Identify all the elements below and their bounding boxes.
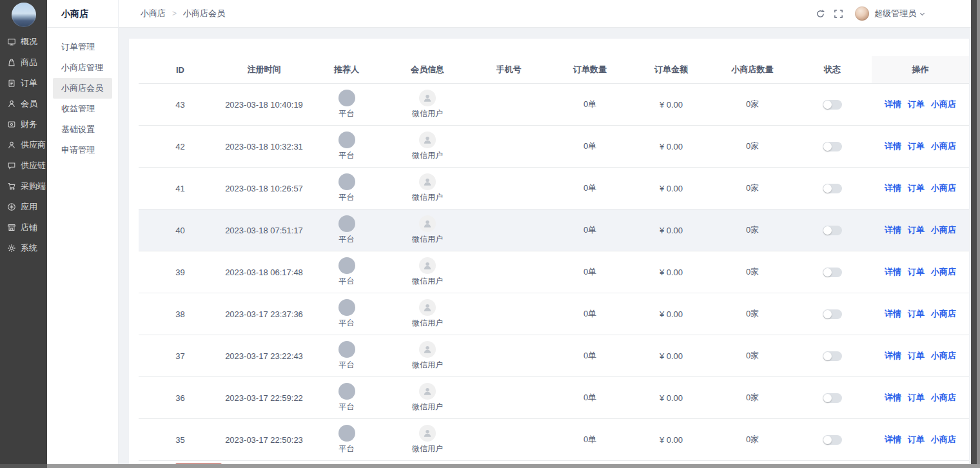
cell-shop-count: 0家: [712, 126, 793, 167]
action-order-link[interactable]: 订单: [908, 434, 925, 445]
vertical-scrollbar[interactable]: [971, 0, 977, 468]
column-header-2: 注册时间: [222, 56, 306, 83]
rail-item-2[interactable]: 商品: [0, 52, 47, 73]
user-avatar[interactable]: [855, 6, 869, 21]
rail-item-8[interactable]: 采购端: [0, 176, 47, 197]
status-toggle[interactable]: [823, 393, 842, 403]
member-avatar: [419, 383, 436, 400]
status-toggle[interactable]: [823, 100, 842, 110]
cell-shop-count: 0家: [712, 210, 793, 251]
breadcrumb-separator-icon: >: [172, 9, 177, 18]
status-toggle[interactable]: [823, 351, 842, 361]
table-row: 43 2023-03-18 10:40:19 平台 微信用户 0单 ¥ 0.00…: [139, 84, 969, 126]
rail-item-5[interactable]: 财务: [0, 114, 47, 135]
status-toggle[interactable]: [823, 435, 842, 445]
cell-phone: [468, 293, 549, 335]
rail-item-3[interactable]: 订单: [0, 73, 47, 93]
cell-register-time: 2023-03-18 10:40:19: [222, 84, 306, 125]
action-shop-link[interactable]: 小商店: [931, 266, 956, 278]
user-icon: [7, 99, 16, 108]
submenu-item-3[interactable]: 小商店会员: [53, 78, 112, 99]
clipboard-icon: [7, 79, 16, 88]
action-detail-link[interactable]: 详情: [885, 392, 901, 404]
submenu-title: 小商店: [47, 0, 118, 28]
status-toggle[interactable]: [823, 268, 842, 277]
horizontal-scrollbar[interactable]: [0, 464, 980, 468]
action-detail-link[interactable]: 详情: [885, 224, 901, 236]
referrer-avatar: [338, 90, 355, 106]
rail-item-7[interactable]: 供应链: [0, 155, 47, 176]
rail-item-11[interactable]: 系统: [0, 238, 47, 258]
action-shop-link[interactable]: 小商店: [931, 350, 956, 362]
cell-status: [793, 210, 872, 251]
apps-icon: [7, 202, 16, 211]
action-order-link[interactable]: 订单: [908, 99, 925, 110]
column-header-4: 会员信息: [387, 56, 468, 83]
shop-icon: [7, 223, 16, 232]
rail-item-4[interactable]: 会员: [0, 93, 47, 114]
action-order-link[interactable]: 订单: [908, 392, 925, 404]
submenu-item-1[interactable]: 订单管理: [47, 37, 118, 57]
content-panel: ID注册时间推荐人会员信息手机号订单数量订单金额小商店数量状态操作 43 202…: [129, 39, 969, 468]
cell-phone: [468, 251, 549, 293]
breadcrumb-item-root[interactable]: 小商店: [141, 8, 166, 19]
action-detail-link[interactable]: 详情: [885, 266, 901, 278]
referrer-label: 平台: [339, 402, 355, 413]
action-order-link[interactable]: 订单: [908, 224, 925, 236]
action-shop-link[interactable]: 小商店: [931, 99, 956, 110]
main-area: 小商店 > 小商店会员 超级管理员 ID注册时间推荐人会员信息手机号订单数量订单…: [119, 0, 980, 468]
action-order-link[interactable]: 订单: [908, 350, 925, 362]
action-order-link[interactable]: 订单: [908, 141, 925, 152]
action-shop-link[interactable]: 小商店: [931, 182, 956, 194]
submenu-item-5[interactable]: 基础设置: [47, 119, 118, 140]
cell-member-info: 微信用户: [387, 293, 468, 335]
rail-item-6[interactable]: 供应商: [0, 135, 47, 155]
action-detail-link[interactable]: 详情: [885, 308, 901, 320]
status-toggle[interactable]: [823, 184, 842, 193]
action-detail-link[interactable]: 详情: [885, 141, 901, 152]
cell-member-info: 微信用户: [387, 84, 468, 125]
cell-status: [793, 84, 872, 125]
status-toggle[interactable]: [823, 142, 842, 151]
referrer-label: 平台: [339, 318, 355, 329]
user-menu[interactable]: 超级管理员: [874, 8, 926, 19]
referrer-label: 平台: [339, 444, 355, 454]
cell-shop-count: 0家: [712, 377, 793, 418]
fullscreen-icon[interactable]: [829, 5, 847, 23]
cell-id: 40: [139, 210, 222, 251]
action-order-link[interactable]: 订单: [908, 266, 925, 278]
refresh-icon[interactable]: [811, 5, 829, 23]
action-shop-link[interactable]: 小商店: [931, 224, 956, 236]
rail-item-1[interactable]: 概况: [0, 32, 47, 52]
action-shop-link[interactable]: 小商店: [931, 392, 956, 404]
action-detail-link[interactable]: 详情: [885, 434, 901, 445]
submenu-item-2[interactable]: 小商店管理: [47, 57, 118, 78]
submenu-item-4[interactable]: 收益管理: [47, 99, 118, 119]
cell-register-time: 2023-03-17 22:59:22: [222, 377, 306, 418]
cell-shop-count: 0家: [712, 335, 793, 376]
rail-item-10[interactable]: 店铺: [0, 217, 47, 238]
cell-order-amount: ¥ 0.00: [631, 335, 712, 376]
action-detail-link[interactable]: 详情: [885, 350, 901, 362]
table-row: 35 2023-03-17 22:50:23 平台 微信用户 0单 ¥ 0.00…: [139, 419, 969, 461]
submenu-item-6[interactable]: 申请管理: [47, 140, 118, 161]
action-shop-link[interactable]: 小商店: [931, 141, 956, 152]
status-toggle[interactable]: [823, 226, 842, 235]
member-avatar: [419, 90, 436, 106]
cell-register-time: 2023-03-17 23:37:36: [222, 293, 306, 335]
action-shop-link[interactable]: 小商店: [931, 308, 956, 320]
action-detail-link[interactable]: 详情: [885, 182, 901, 194]
cell-order-amount: ¥ 0.00: [631, 168, 712, 209]
action-detail-link[interactable]: 详情: [885, 99, 901, 110]
gear-icon: [7, 244, 16, 253]
rail-item-9[interactable]: 应用: [0, 197, 47, 217]
brand-logo: [12, 3, 36, 27]
member-label: 微信用户: [412, 276, 443, 287]
action-order-link[interactable]: 订单: [908, 308, 925, 320]
action-shop-link[interactable]: 小商店: [931, 434, 956, 445]
action-order-link[interactable]: 订单: [908, 182, 925, 194]
status-toggle[interactable]: [823, 309, 842, 319]
cell-member-info: 微信用户: [387, 335, 468, 376]
table-row: 39 2023-03-18 06:17:48 平台 微信用户 0单 ¥ 0.00…: [139, 251, 969, 293]
member-label: 微信用户: [412, 318, 443, 329]
